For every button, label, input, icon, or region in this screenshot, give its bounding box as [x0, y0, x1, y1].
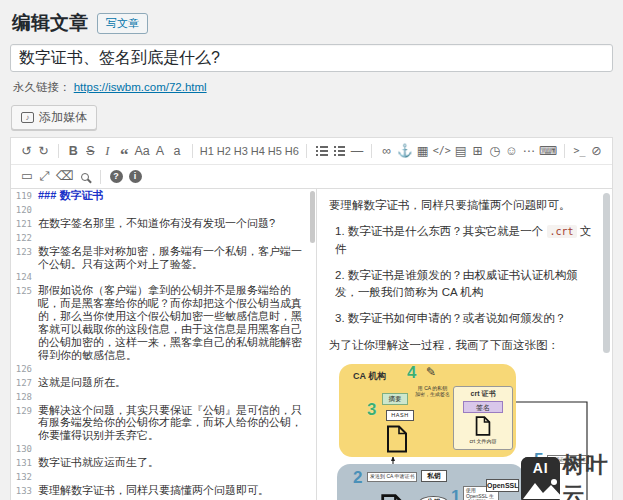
- line-text: 这就是问题所在。: [38, 376, 316, 390]
- page-title: 编辑文章: [12, 10, 88, 36]
- source-line[interactable]: 122: [11, 231, 316, 245]
- markdown-editor: ↺↻BSI“AaAaH1H2H3H4H5H6—∞⚓▦</>▤⊞◷☺⋯⌨>_⊘ ▭…: [10, 137, 613, 500]
- add-new-post-button[interactable]: 写文章: [97, 13, 148, 34]
- signature-box: 签名: [463, 401, 503, 413]
- line-number: 127: [11, 376, 38, 390]
- permalink-link[interactable]: https://iswbm.com/72.html: [74, 81, 207, 93]
- line-text: [38, 442, 316, 456]
- line-text: 要理解数字证书，同样只要搞懂两个问题即可。: [38, 484, 316, 498]
- datetime-icon[interactable]: ◷: [486, 141, 503, 161]
- line-text: 数字签名是非对称加密，服务端有一个私钥，客户端一个公钥。只有这两个对上了验签。: [38, 245, 316, 271]
- watermark: AI 树叶云: [521, 450, 623, 500]
- console-icon[interactable]: >_: [571, 141, 588, 161]
- preview-list-item: 3. 数字证书如何申请的？或者说如何颁发的？: [335, 310, 596, 327]
- clear-icon[interactable]: ⌫: [53, 167, 77, 187]
- watermark-ai-label: AI: [521, 460, 560, 476]
- lowercase-icon[interactable]: a: [169, 141, 186, 161]
- line-number: 131: [11, 456, 38, 470]
- source-line[interactable]: 120: [11, 203, 316, 217]
- sign-pen-icon: ✎: [426, 366, 436, 380]
- watch-mode-icon[interactable]: ▭: [18, 167, 36, 187]
- permalink-label: 永久链接：: [13, 81, 71, 93]
- h2-button[interactable]: H2: [215, 141, 232, 161]
- source-vertical-scrollbar[interactable]: [310, 191, 315, 243]
- h3-button[interactable]: H3: [232, 141, 249, 161]
- toolbar-separator: [306, 144, 307, 158]
- preview-lead: 为了让你理解这一过程，我画了下面这张图：: [329, 337, 596, 354]
- ordered-list-icon[interactable]: [331, 141, 349, 161]
- add-media-button[interactable]: ♪ 添加媒体: [11, 105, 97, 130]
- watermark-image-icon: AI: [521, 457, 560, 500]
- line-text: [38, 270, 316, 284]
- line-text: ### 数字证书: [38, 189, 316, 203]
- preview-intro: 要理解数字证书，同样只要搞懂两个问题即可。: [329, 197, 596, 214]
- blockquote-icon[interactable]: “: [116, 141, 133, 161]
- search-icon[interactable]: [77, 167, 94, 187]
- html-entities-icon[interactable]: ⌨: [537, 141, 558, 161]
- line-text: [38, 231, 316, 245]
- source-line[interactable]: 125那假如说你（客户端）拿到的公钥并不是服务端给的呢，而是黑客塞给你的呢？而你…: [11, 284, 316, 361]
- uppercase-icon[interactable]: A: [152, 141, 169, 161]
- step-4-note-line2: 加密，生成签名: [415, 392, 450, 398]
- post-title-input[interactable]: [10, 44, 613, 72]
- source-line[interactable]: 123数字签名是非对称加密，服务端有一个私钥，客户端一个公钥。只有这两个对上了验…: [11, 245, 316, 271]
- horizontal-rule-icon[interactable]: —: [348, 141, 365, 161]
- line-text: [38, 390, 316, 404]
- undo-icon[interactable]: ↺: [18, 141, 35, 161]
- line-number: 122: [11, 231, 38, 245]
- source-line[interactable]: 131数字证书就应运而生了。: [11, 456, 316, 470]
- line-number: 123: [11, 245, 38, 271]
- step-2-number: 2: [353, 468, 362, 488]
- source-line[interactable]: 126: [11, 362, 316, 376]
- markdown-source-pane[interactable]: 119### 数字证书120121在数字签名那里，不知道你有没有发现一个问题?1…: [11, 189, 317, 500]
- source-line[interactable]: 132: [11, 470, 316, 484]
- help-icon[interactable]: ?: [107, 167, 126, 187]
- line-number: 124: [11, 270, 38, 284]
- line-number: 130: [11, 442, 38, 456]
- table-icon[interactable]: ⊞: [469, 141, 486, 161]
- font-size-icon[interactable]: Aa: [133, 141, 152, 161]
- source-line[interactable]: 128: [11, 390, 316, 404]
- emoji-icon[interactable]: ☺: [503, 141, 520, 161]
- source-line[interactable]: 127这就是问题所在。: [11, 376, 316, 390]
- h6-button[interactable]: H6: [283, 141, 300, 161]
- permalink-row: 永久链接： https://iswbm.com/72.html: [13, 80, 613, 95]
- line-text: 数字证书就应运而生了。: [38, 456, 316, 470]
- hash-box: HASH: [386, 410, 414, 421]
- crt-file-caption: crt 文件内容: [454, 439, 512, 445]
- preview-off-icon[interactable]: ⊘: [588, 141, 605, 161]
- step-4-number: 4: [407, 363, 416, 383]
- bold-icon[interactable]: B: [65, 141, 82, 161]
- line-text: [38, 362, 316, 376]
- watermark-brand-text: 树叶云: [562, 450, 623, 500]
- fullscreen-icon[interactable]: ⤢: [36, 167, 53, 187]
- inline-code-icon[interactable]: </>: [431, 141, 452, 161]
- h4-button[interactable]: H4: [249, 141, 266, 161]
- anchor-icon[interactable]: ⚓: [395, 141, 414, 161]
- code-block-icon[interactable]: ▤: [452, 141, 469, 161]
- info-icon[interactable]: i: [126, 167, 145, 187]
- unordered-list-icon[interactable]: [313, 141, 331, 161]
- source-line[interactable]: 121在数字签名那里，不知道你有没有发现一个问题?: [11, 217, 316, 231]
- toolbar-row-1: ↺↻BSI“AaAaH1H2H3H4H5H6—∞⚓▦</>▤⊞◷☺⋯⌨>_⊘: [11, 138, 612, 165]
- source-line[interactable]: 129要解决这个问题，其实只要保证『公钥』是可信的，只有服务端发给你的公钥你才能…: [11, 404, 316, 443]
- link-icon[interactable]: ∞: [378, 141, 395, 161]
- more-icon[interactable]: ⋯: [520, 141, 537, 161]
- line-text: 那假如说你（客户端）拿到的公钥并不是服务端给的呢，而是黑客塞给你的呢？而你却把这…: [38, 284, 316, 361]
- redo-icon[interactable]: ↻: [35, 141, 52, 161]
- line-text: [38, 470, 316, 484]
- source-line[interactable]: 124: [11, 270, 316, 284]
- source-line[interactable]: 119### 数字证书: [11, 189, 316, 203]
- image-icon[interactable]: ▦: [414, 141, 431, 161]
- line-number: 125: [11, 284, 38, 361]
- preview-vertical-scrollbar[interactable]: [603, 193, 610, 353]
- line-number: 133: [11, 484, 38, 498]
- h1-button[interactable]: H1: [198, 141, 215, 161]
- h5-button[interactable]: H5: [266, 141, 283, 161]
- crt-certificate-box: crt 证书 签名 crt 文件内容: [453, 386, 513, 450]
- italic-icon[interactable]: I: [99, 141, 116, 161]
- strikethrough-icon[interactable]: S: [82, 141, 99, 161]
- line-number: 128: [11, 390, 38, 404]
- source-line[interactable]: 133要理解数字证书，同样只要搞懂两个问题即可。: [11, 484, 316, 498]
- source-line[interactable]: 130: [11, 442, 316, 456]
